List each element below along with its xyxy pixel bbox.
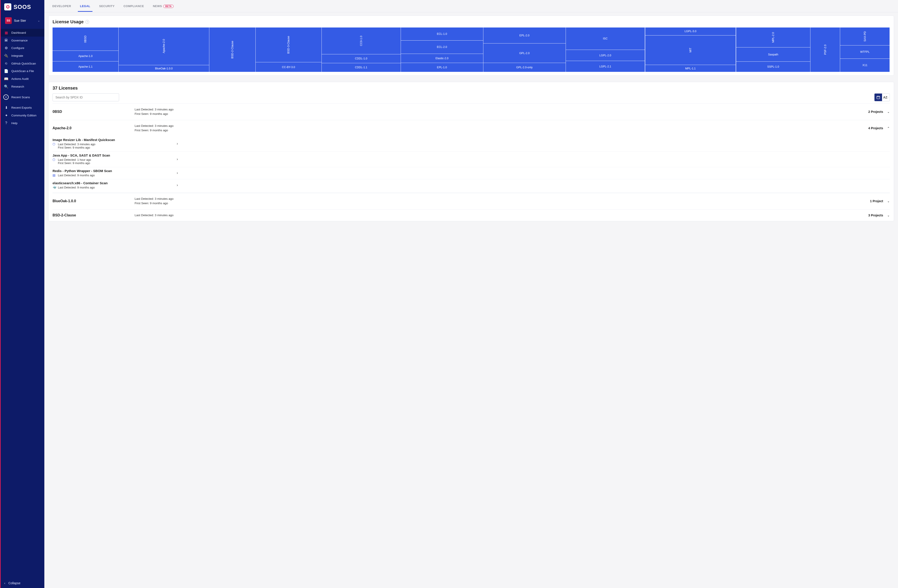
treemap-cell[interactable]: WTFPL <box>840 45 890 58</box>
treemap-cell[interactable]: CC-BY-3.0 <box>256 62 321 72</box>
nav-quickscan-file[interactable]: 📄QuickScan a File <box>1 67 45 75</box>
github-icon: ⎋ <box>4 62 9 65</box>
license-row[interactable]: BSD-2-Clause Last Detected: 3 minutes ag… <box>52 209 890 217</box>
tab-news[interactable]: NEWSBETA <box>153 0 174 12</box>
treemap-cell[interactable]: BSD-2-Clause <box>209 28 255 72</box>
search-icon: 🔍 <box>4 85 9 89</box>
sort-az-button[interactable]: AZ↓ <box>882 94 890 101</box>
tab-bar: DEVELOPER LEGAL SECURITY COMPLIANCE NEWS… <box>45 0 898 12</box>
treemap-cell[interactable]: SAX-PD <box>840 28 890 45</box>
treemap-cell[interactable]: CDDL-1.1 <box>322 63 401 72</box>
chevron-right-icon: › <box>177 157 178 161</box>
nav-help[interactable]: ?Help <box>1 119 45 127</box>
user-menu[interactable]: SS Sue Ster ⌄ <box>2 15 43 26</box>
license-meta: Last Detected: 3 minutes ago <box>135 213 868 217</box>
collapse-sidebar[interactable]: ‹ Collapse <box>1 578 45 588</box>
license-row[interactable]: Apache-2.0 Last Detected: 3 minutes agoF… <box>52 120 890 136</box>
search-input[interactable] <box>52 93 119 101</box>
export-icon: ⬇ <box>4 106 9 110</box>
nav-label: Governance <box>11 39 28 42</box>
treemap-cell[interactable]: ECL-1.0 <box>401 28 483 40</box>
nav-dashboard[interactable]: ▦Dashboard <box>1 29 45 37</box>
treemap-cell[interactable]: EPL-2.0 <box>483 28 566 43</box>
license-name: BlueOak-1.0.0 <box>52 199 135 203</box>
license-row[interactable]: 0BSD Last Detected: 3 minutes agoFirst S… <box>52 103 890 120</box>
treemap-cell[interactable]: GPL-2.0-only <box>483 63 566 72</box>
treemap-cell[interactable]: MPL-2.0 <box>736 28 810 47</box>
chevron-down-icon: ⌄ <box>887 110 890 114</box>
treemap-cell[interactable]: LGPL-2.0 <box>566 50 645 61</box>
project-count: 2 Projects <box>868 110 883 114</box>
project-row[interactable]: elasticsearch:x86 - Container Scan 🐳Last… <box>52 179 890 191</box>
treemap-cell[interactable]: 0BSD <box>52 28 118 51</box>
chevron-down-icon: ⌄ <box>887 214 890 217</box>
nav-integrate[interactable]: 🔌Integrate <box>1 52 45 60</box>
nav-list: ▦Dashboard 🏛Governance ⚙Configure 🔌Integ… <box>1 29 45 578</box>
nav-configure[interactable]: ⚙Configure <box>1 44 45 52</box>
tab-developer[interactable]: DEVELOPER <box>52 0 71 12</box>
project-row[interactable]: Redis - Python Wrapper - SBOM Scan ▤Last… <box>52 167 890 179</box>
nav-governance[interactable]: 🏛Governance <box>1 37 45 44</box>
treemap-cell[interactable]: CDDL-1.0 <box>322 54 401 63</box>
license-meta: Last Detected: 3 minutes agoFirst Seen: … <box>135 197 870 206</box>
project-list: Image Resizer Lib - Manifest Quickscan ⬡… <box>52 136 890 193</box>
treemap-cell[interactable]: EPL-1.0 <box>401 63 483 72</box>
dashboard-icon: ▦ <box>4 31 9 35</box>
treemap-cell[interactable]: MIT <box>645 35 736 65</box>
treemap-cell[interactable]: Saxpath <box>736 48 810 62</box>
tab-compliance[interactable]: COMPLIANCE <box>123 0 144 12</box>
project-title: Image Resizer Lib - Manifest Quickscan <box>52 138 177 142</box>
tab-security[interactable]: SECURITY <box>99 0 115 12</box>
nav-label: Dashboard <box>11 31 26 34</box>
treemap-cell[interactable]: Apache-2.0 <box>118 28 209 65</box>
nav-label: QuickScan a File <box>11 69 34 73</box>
project-row[interactable]: Image Resizer Lib - Manifest Quickscan ⬡… <box>52 136 890 151</box>
user-avatar: SS <box>5 17 12 24</box>
treemap-cell[interactable]: GPL-2.0 <box>483 43 566 63</box>
license-treemap: 0BSD Apache-1.0 Apache-1.1 Apache-2.0 Bl… <box>52 28 890 72</box>
package-icon: ⬡ <box>52 142 56 146</box>
nav-community[interactable]: ✦Community Edition <box>1 112 45 119</box>
license-name: 0BSD <box>52 110 135 114</box>
project-count: 1 Project <box>870 199 883 203</box>
list-title: 37 Licenses <box>52 86 890 91</box>
nav-recent-scans[interactable]: 0Recent Scans <box>1 93 45 102</box>
usage-title: License Usage <box>52 19 84 25</box>
treemap-cell[interactable]: SSPL-1.0 <box>736 62 810 72</box>
treemap-cell[interactable]: PSF-2.0 <box>810 28 840 72</box>
nav-research[interactable]: 🔍Research <box>1 83 45 91</box>
treemap-cell[interactable]: LGPL-3.0 <box>645 28 736 35</box>
nav-label: Community Edition <box>11 114 36 117</box>
treemap-cell[interactable]: ISC <box>566 28 645 50</box>
treemap-cell[interactable]: BSD-3-Clause <box>256 28 321 62</box>
sort-date-button[interactable] <box>875 94 882 101</box>
tab-legal[interactable]: LEGAL <box>80 0 91 12</box>
integrate-icon: 🔌 <box>4 54 9 58</box>
governance-icon: 🏛 <box>4 38 9 42</box>
nav-github-quickscan[interactable]: ⎋GitHub QuickScan <box>1 60 45 67</box>
treemap-cell[interactable]: CC0-1.0 <box>322 28 401 54</box>
help-icon: ? <box>4 121 9 125</box>
treemap-cell[interactable]: ECL-2.0 <box>401 41 483 54</box>
treemap-cell[interactable]: Elastic-2.0 <box>401 54 483 63</box>
logo-icon: ✪ <box>4 3 11 11</box>
project-title: Redis - Python Wrapper - SBOM Scan <box>52 169 177 173</box>
chevron-right-icon: › <box>177 183 178 187</box>
nav-recent-exports[interactable]: ⬇Recent Exports <box>1 104 45 112</box>
license-list-card: 37 Licenses AZ↓ 0BSD Last Detected: 3 mi… <box>48 82 894 221</box>
treemap-cell[interactable]: Apache-1.0 <box>52 51 118 61</box>
scan-count-badge: 0 <box>3 94 9 100</box>
project-count: 3 Projects <box>868 214 883 217</box>
nav-actions-audit[interactable]: 📖Actions Audit <box>1 75 45 83</box>
license-row[interactable]: BlueOak-1.0.0 Last Detected: 3 minutes a… <box>52 193 890 209</box>
treemap-cell[interactable]: X11 <box>840 59 890 72</box>
help-icon[interactable]: ? <box>85 20 89 24</box>
audit-icon: 📖 <box>4 77 9 81</box>
treemap-cell[interactable]: Apache-1.1 <box>52 62 118 72</box>
treemap-cell[interactable]: BlueOak-1.0.0 <box>118 65 209 72</box>
project-row[interactable]: Java App - SCA, SAST & DAST Scan ⬡Last D… <box>52 151 890 167</box>
license-name: Apache-2.0 <box>52 126 135 130</box>
treemap-cell[interactable]: MPL-1.1 <box>645 65 736 72</box>
beta-badge: BETA <box>163 5 174 8</box>
treemap-cell[interactable]: LGPL-2.1 <box>566 61 645 72</box>
